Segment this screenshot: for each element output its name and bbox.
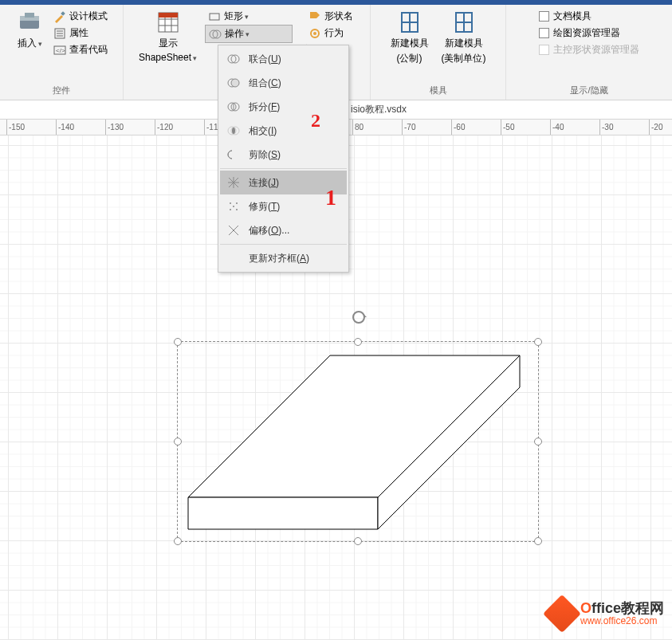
watermark-title: Office教程网 <box>580 601 664 617</box>
svg-point-41 <box>232 128 235 134</box>
menu-intersect-label: 相交(I) <box>249 124 277 138</box>
menu-update-align-label: 更新对齐框(A) <box>249 252 309 265</box>
drawing-explorer-checkbox[interactable]: 绘图资源管理器 <box>536 25 643 41</box>
menu-offset-label: 偏移(O)... <box>249 224 289 238</box>
svg-marker-29 <box>364 314 367 317</box>
shapesheet-button[interactable]: 显示 ShapeSheet <box>134 8 202 65</box>
menu-fragment[interactable]: 拆分(F) <box>220 95 347 119</box>
menu-union-label: 联合(U) <box>249 53 281 66</box>
menu-subtract[interactable]: 剪除(S) <box>220 143 347 167</box>
operations-menu: 联合(U) 组合(C) 拆分(F) 相交(I) 剪除(S) 连接(J) 修剪(T… <box>218 45 349 273</box>
ruler-tick: 80 <box>352 120 364 135</box>
properties-icon <box>53 27 66 40</box>
view-code-button[interactable]: </> 查看代码 <box>50 41 111 58</box>
checkbox-icon <box>539 28 549 38</box>
operation-label: 操作 <box>225 27 250 41</box>
trim-icon <box>226 199 241 214</box>
design-mode-label: 设计模式 <box>69 10 108 23</box>
checkbox-icon <box>539 11 549 22</box>
combine-icon <box>226 76 241 90</box>
ribbon-group-stencils: 新建模具 (公制) 新建模具 (美制单位) 模具 <box>371 5 506 100</box>
block-shape[interactable] <box>177 341 539 542</box>
svg-point-21 <box>313 32 316 35</box>
svg-rect-2 <box>25 13 34 18</box>
toolbox-icon <box>17 10 42 35</box>
rectangle-button[interactable]: 矩形 <box>205 8 293 25</box>
menu-combine[interactable]: 组合(C) <box>220 71 347 95</box>
menu-union[interactable]: 联合(U) <box>220 47 347 71</box>
behavior-label: 行为 <box>324 26 344 40</box>
doc-stencil-label: 文档模具 <box>553 10 591 23</box>
design-mode-icon <box>53 10 66 23</box>
master-explorer-label: 主控形状资源管理器 <box>553 43 639 57</box>
ruler-tick: -70 <box>402 120 415 135</box>
controls-group-label: 控件 <box>53 83 70 98</box>
new-stencil-us-button[interactable]: 新建模具 (美制单位) <box>437 8 491 67</box>
rotate-handle[interactable] <box>351 309 367 328</box>
showhide-group-label: 显示/隐藏 <box>570 83 607 98</box>
menu-update-align[interactable]: 更新对齐框(A) <box>220 246 347 270</box>
stencils-group-label: 模具 <box>430 83 447 98</box>
svg-point-46 <box>230 202 231 204</box>
ruler-tick: -130 <box>105 120 124 135</box>
ribbon-group-controls: 插入 设计模式 属性 </> <box>0 5 124 100</box>
svg-rect-15 <box>159 13 178 18</box>
rectangle-icon <box>208 10 221 23</box>
new-stencil-us-label1: 新建模具 <box>445 37 483 50</box>
svg-point-49 <box>236 209 238 210</box>
view-code-label: 查看代码 <box>69 43 108 57</box>
offset-icon <box>226 223 241 238</box>
new-stencil-us-label2: (美制单位) <box>442 52 486 65</box>
insert-button[interactable]: 插入 <box>12 8 47 52</box>
menu-fragment-label: 拆分(F) <box>249 100 280 114</box>
rectangle-label: 矩形 <box>224 10 289 23</box>
menu-trim-label: 修剪(T) <box>249 200 280 214</box>
join-icon <box>226 175 241 190</box>
svg-marker-19 <box>310 12 320 18</box>
ribbon-group-showhide: 文档模具 绘图资源管理器 主控形状资源管理器 显示/隐藏 <box>506 5 672 100</box>
annotation-1: 1 <box>325 185 336 210</box>
stencil-us-icon <box>451 10 477 35</box>
behavior-button[interactable]: 行为 <box>305 25 360 41</box>
menu-separator <box>220 244 347 245</box>
new-stencil-metric-label1: 新建模具 <box>391 37 429 50</box>
new-stencil-metric-button[interactable]: 新建模具 (公制) <box>386 8 434 67</box>
doc-stencil-checkbox[interactable]: 文档模具 <box>536 8 643 25</box>
svg-point-36 <box>231 79 239 87</box>
union-icon <box>226 52 241 66</box>
operation-icon <box>209 28 222 41</box>
properties-button[interactable]: 属性 <box>50 25 111 41</box>
svg-rect-16 <box>210 14 219 20</box>
shape-name-button[interactable]: 形状名 <box>305 8 360 25</box>
menu-intersect[interactable]: 相交(I) <box>220 119 347 143</box>
watermark-logo <box>543 595 581 633</box>
svg-point-48 <box>230 209 231 210</box>
properties-label: 属性 <box>69 26 88 40</box>
svg-text:</>: </> <box>56 47 65 54</box>
subtract-icon <box>226 147 241 162</box>
menu-subtract-label: 剪除(S) <box>249 148 281 162</box>
ruler-tick: -140 <box>56 120 74 135</box>
master-explorer-checkbox: 主控形状资源管理器 <box>536 41 643 58</box>
shapesheet-label: ShapeSheet <box>139 52 197 63</box>
shapesheet-icon <box>155 10 181 35</box>
svg-point-50 <box>233 206 234 207</box>
design-mode-button[interactable]: 设计模式 <box>50 8 111 25</box>
menu-separator <box>220 168 347 169</box>
svg-point-28 <box>353 312 364 323</box>
operation-button[interactable]: 操作 <box>205 25 293 43</box>
menu-join-label: 连接(J) <box>249 176 279 190</box>
intersect-icon <box>226 124 241 138</box>
annotation-2: 2 <box>311 110 320 132</box>
menu-offset[interactable]: 偏移(O)... <box>220 218 347 242</box>
checkbox-icon <box>539 45 549 55</box>
insert-label: 插入 <box>18 37 42 50</box>
ruler-tick: -50 <box>501 120 514 135</box>
watermark: Office教程网 www.office26.com <box>548 600 664 627</box>
drawing-explorer-label: 绘图资源管理器 <box>553 26 620 40</box>
document-title: isio教程.vsdx <box>351 103 407 116</box>
code-icon: </> <box>53 44 66 57</box>
ruler-tick: -150 <box>6 120 25 135</box>
svg-point-47 <box>236 202 238 204</box>
stencil-metric-icon <box>397 10 422 35</box>
